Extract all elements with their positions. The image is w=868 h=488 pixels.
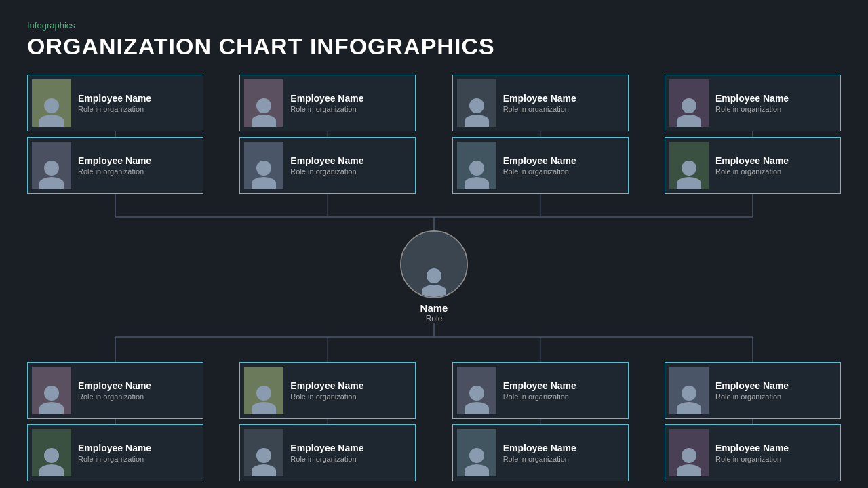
avatar <box>669 79 709 127</box>
avatar <box>457 367 496 414</box>
boss-node: Name Role <box>400 230 468 323</box>
employee-name: Employee Name <box>715 93 789 104</box>
employee-card: Employee NameRole in organization <box>665 75 841 131</box>
employee-card: Employee NameRole in organization <box>27 424 203 481</box>
employee-card: Employee NameRole in organization <box>239 75 416 131</box>
employee-card: Employee NameRole in organization <box>452 75 629 131</box>
employee-role: Role in organization <box>78 455 151 463</box>
employee-name: Employee Name <box>715 155 789 167</box>
employee-role: Role in organization <box>503 455 576 463</box>
employee-name: Employee Name <box>503 155 576 167</box>
employee-card: Employee NameRole in organization <box>665 424 841 481</box>
org-chart: Employee NameRole in organizationEmploye… <box>27 75 841 481</box>
bottom-column: Employee NameRole in organizationEmploye… <box>239 362 416 481</box>
top-column: Employee NameRole in organizationEmploye… <box>239 75 416 194</box>
employee-role: Role in organization <box>715 167 789 176</box>
employee-role: Role in organization <box>503 167 576 176</box>
employee-role: Role in organization <box>290 392 363 401</box>
employee-role: Role in organization <box>503 105 576 113</box>
employee-name: Employee Name <box>78 443 151 454</box>
employee-card: Employee NameRole in organization <box>452 362 629 419</box>
employee-role: Role in organization <box>715 455 789 463</box>
employee-role: Role in organization <box>290 105 363 113</box>
avatar <box>669 142 709 189</box>
boss-name: Name <box>420 302 448 314</box>
top-section: Employee NameRole in organizationEmploye… <box>27 75 841 194</box>
employee-card: Employee NameRole in organization <box>452 137 629 194</box>
employee-name: Employee Name <box>715 380 789 392</box>
employee-role: Role in organization <box>715 392 789 401</box>
avatar <box>244 367 283 414</box>
employee-name: Employee Name <box>290 93 363 104</box>
avatar <box>32 142 71 189</box>
avatar <box>32 429 71 476</box>
employee-name: Employee Name <box>290 443 363 454</box>
avatar <box>669 429 709 476</box>
employee-role: Role in organization <box>503 392 576 401</box>
employee-card: Employee NameRole in organization <box>665 137 841 194</box>
avatar <box>244 429 283 476</box>
avatar <box>457 79 496 127</box>
bottom-column: Employee NameRole in organizationEmploye… <box>452 362 629 481</box>
employee-card: Employee NameRole in organization <box>27 362 203 419</box>
avatar <box>244 142 283 189</box>
employee-name: Employee Name <box>503 443 576 454</box>
bottom-column: Employee NameRole in organizationEmploye… <box>27 362 203 481</box>
employee-name: Employee Name <box>78 155 151 167</box>
employee-name: Employee Name <box>503 380 576 392</box>
avatar <box>32 367 71 414</box>
employee-role: Role in organization <box>715 105 789 113</box>
employee-card: Employee NameRole in organization <box>27 75 203 131</box>
top-column: Employee NameRole in organizationEmploye… <box>27 75 203 194</box>
top-column: Employee NameRole in organizationEmploye… <box>665 75 841 194</box>
page: Infographics ORGANIZATION CHART INFOGRAP… <box>0 0 868 488</box>
avatar <box>457 142 496 189</box>
employee-name: Employee Name <box>78 380 151 392</box>
employee-name: Employee Name <box>290 155 363 167</box>
employee-card: Employee NameRole in organization <box>239 424 416 481</box>
avatar <box>32 79 71 127</box>
employee-card: Employee NameRole in organization <box>665 362 841 419</box>
avatar <box>244 79 283 127</box>
employee-role: Role in organization <box>290 455 363 463</box>
main-title: ORGANIZATION CHART INFOGRAPHICS <box>27 33 841 60</box>
employee-name: Employee Name <box>715 443 789 454</box>
employee-name: Employee Name <box>290 380 363 392</box>
employee-name: Employee Name <box>78 93 151 104</box>
employee-role: Role in organization <box>290 167 363 176</box>
bottom-column: Employee NameRole in organizationEmploye… <box>665 362 841 481</box>
bottom-section: Employee NameRole in organizationEmploye… <box>27 362 841 481</box>
avatar <box>669 367 709 414</box>
boss-avatar <box>400 230 468 298</box>
employee-card: Employee NameRole in organization <box>239 137 416 194</box>
employee-role: Role in organization <box>78 167 151 176</box>
top-column: Employee NameRole in organizationEmploye… <box>452 75 629 194</box>
employee-card: Employee NameRole in organization <box>27 137 203 194</box>
boss-role: Role <box>426 314 443 323</box>
employee-name: Employee Name <box>503 93 576 104</box>
header-label: Infographics <box>27 20 841 30</box>
avatar <box>457 429 496 476</box>
employee-card: Employee NameRole in organization <box>452 424 629 481</box>
employee-card: Employee NameRole in organization <box>239 362 416 419</box>
employee-role: Role in organization <box>78 105 151 113</box>
employee-role: Role in organization <box>78 392 151 401</box>
